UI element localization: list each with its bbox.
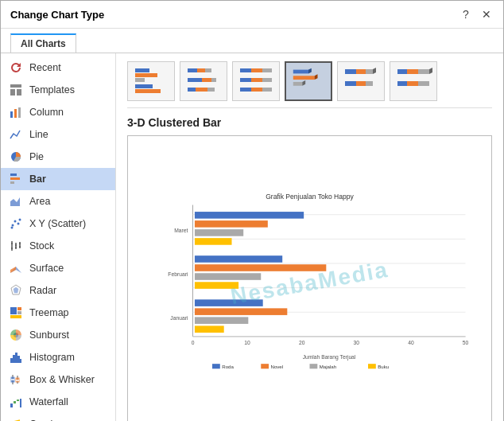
sidebar-item-box-whisker[interactable]: Box & Whisker bbox=[1, 368, 115, 391]
svg-rect-122 bbox=[195, 308, 287, 315]
svg-rect-123 bbox=[195, 317, 248, 324]
sidebar-item-surface[interactable]: Surface bbox=[1, 257, 115, 279]
svg-text:Roda: Roda bbox=[222, 364, 234, 369]
sidebar-item-recent[interactable]: Recent bbox=[1, 57, 115, 79]
sidebar-item-line[interactable]: Line bbox=[1, 123, 115, 146]
tabs-bar: All Charts bbox=[1, 29, 503, 53]
variant-clustered-bar[interactable] bbox=[127, 61, 175, 101]
variant-3d-100-stacked-bar[interactable] bbox=[390, 61, 437, 101]
svg-rect-120 bbox=[195, 282, 238, 289]
svg-rect-32 bbox=[10, 315, 21, 318]
variant-3d-stacked-bar[interactable] bbox=[337, 61, 385, 101]
svg-rect-53 bbox=[135, 68, 149, 72]
svg-text:Buku: Buku bbox=[378, 364, 389, 369]
svg-rect-93 bbox=[397, 81, 407, 86]
svg-rect-87 bbox=[356, 81, 366, 86]
sidebar-item-scatter[interactable]: X Y (Scatter) bbox=[1, 212, 115, 235]
svg-rect-2 bbox=[17, 89, 21, 96]
svg-rect-35 bbox=[13, 355, 15, 363]
sidebar-item-surface-label: Surface bbox=[29, 263, 64, 274]
svg-rect-72 bbox=[262, 78, 272, 82]
svg-point-11 bbox=[12, 224, 14, 227]
svg-rect-3 bbox=[10, 111, 13, 118]
svg-rect-94 bbox=[407, 81, 418, 86]
svg-rect-118 bbox=[195, 264, 326, 271]
svg-text:30: 30 bbox=[354, 340, 360, 345]
area-icon bbox=[9, 194, 23, 209]
sidebar-item-templates-label: Templates bbox=[29, 84, 75, 96]
svg-rect-67 bbox=[240, 68, 251, 72]
svg-rect-5 bbox=[18, 107, 21, 118]
sidebar-item-waterfall-label: Waterfall bbox=[29, 396, 68, 407]
sidebar-item-waterfall[interactable]: Waterfall bbox=[1, 391, 115, 413]
box-whisker-icon bbox=[9, 372, 23, 387]
sidebar-item-radar-label: Radar bbox=[29, 285, 56, 296]
waterfall-icon bbox=[9, 395, 23, 409]
sidebar-item-treemap-label: Treemap bbox=[29, 307, 69, 318]
change-chart-type-dialog: Change Chart Type ? ✕ All Charts Recent bbox=[0, 0, 504, 421]
svg-rect-59 bbox=[197, 68, 205, 72]
svg-point-12 bbox=[14, 220, 17, 223]
svg-rect-84 bbox=[366, 69, 373, 74]
svg-text:40: 40 bbox=[408, 340, 414, 345]
svg-rect-121 bbox=[195, 299, 263, 306]
svg-text:Januari: Januari bbox=[170, 315, 188, 321]
close-button[interactable]: ✕ bbox=[479, 7, 494, 21]
sidebar-item-box-whisker-label: Box & Whisker bbox=[29, 374, 95, 385]
svg-rect-62 bbox=[202, 78, 211, 82]
svg-text:20: 20 bbox=[299, 340, 305, 345]
svg-text:0: 0 bbox=[192, 340, 195, 345]
svg-rect-80 bbox=[293, 82, 303, 86]
svg-rect-71 bbox=[251, 78, 262, 82]
sidebar-item-column[interactable]: Column bbox=[1, 101, 115, 123]
svg-rect-76 bbox=[293, 70, 308, 74]
line-icon bbox=[9, 127, 23, 142]
sidebar-item-templates[interactable]: Templates bbox=[1, 79, 115, 101]
variant-100-stacked-bar[interactable] bbox=[232, 61, 280, 101]
sidebar-item-sunburst[interactable]: Sunburst bbox=[1, 324, 115, 346]
svg-marker-26 bbox=[10, 267, 16, 273]
svg-marker-77 bbox=[308, 68, 312, 74]
combo-icon bbox=[9, 417, 23, 421]
tab-all-charts[interactable]: All Charts bbox=[10, 33, 76, 53]
svg-rect-125 bbox=[212, 364, 220, 368]
help-button[interactable]: ? bbox=[459, 7, 473, 21]
sidebar-item-stock[interactable]: Stock bbox=[1, 235, 115, 257]
titlebar-controls: ? ✕ bbox=[459, 7, 494, 21]
bar-icon bbox=[9, 172, 23, 186]
stock-icon bbox=[9, 239, 23, 253]
svg-rect-60 bbox=[205, 68, 211, 72]
svg-rect-63 bbox=[211, 78, 216, 82]
column-icon bbox=[9, 105, 23, 119]
x-axis-label: Jumlah Barang Terjual bbox=[303, 354, 356, 361]
sidebar-item-pie-label: Pie bbox=[29, 151, 44, 162]
sidebar-item-combo[interactable]: Combo bbox=[1, 413, 115, 421]
sidebar-item-pie[interactable]: Pie bbox=[1, 146, 115, 168]
svg-marker-28 bbox=[14, 287, 18, 293]
sidebar-item-treemap[interactable]: Treemap bbox=[1, 302, 115, 324]
svg-rect-1 bbox=[10, 89, 15, 96]
variant-stacked-bar[interactable] bbox=[180, 61, 227, 101]
svg-rect-61 bbox=[188, 78, 202, 82]
svg-rect-55 bbox=[135, 78, 145, 82]
svg-marker-81 bbox=[302, 80, 305, 86]
svg-rect-91 bbox=[418, 69, 429, 74]
sidebar-item-area[interactable]: Area bbox=[1, 190, 115, 212]
svg-rect-75 bbox=[262, 88, 272, 92]
sidebar-item-histogram[interactable]: Histogram bbox=[1, 346, 115, 368]
radar-icon bbox=[9, 283, 23, 298]
svg-marker-85 bbox=[373, 68, 376, 74]
selected-chart-name: 3-D Clustered Bar bbox=[127, 116, 492, 129]
dialog-title: Change Chart Type bbox=[10, 9, 104, 21]
sidebar-item-radar[interactable]: Radar bbox=[1, 279, 115, 302]
svg-rect-113 bbox=[195, 212, 304, 219]
sidebar-item-bar[interactable]: Bar bbox=[1, 168, 115, 190]
svg-rect-131 bbox=[368, 364, 376, 368]
sidebar-item-histogram-label: Histogram bbox=[29, 352, 75, 363]
svg-rect-73 bbox=[240, 88, 251, 92]
svg-rect-49 bbox=[20, 399, 21, 407]
variant-3d-clustered-bar[interactable] bbox=[285, 61, 332, 101]
svg-rect-9 bbox=[10, 181, 14, 184]
svg-text:10: 10 bbox=[244, 340, 250, 345]
chart-preview: NesabaMedia Grafik Penjualan Toko Happy bbox=[127, 135, 492, 421]
